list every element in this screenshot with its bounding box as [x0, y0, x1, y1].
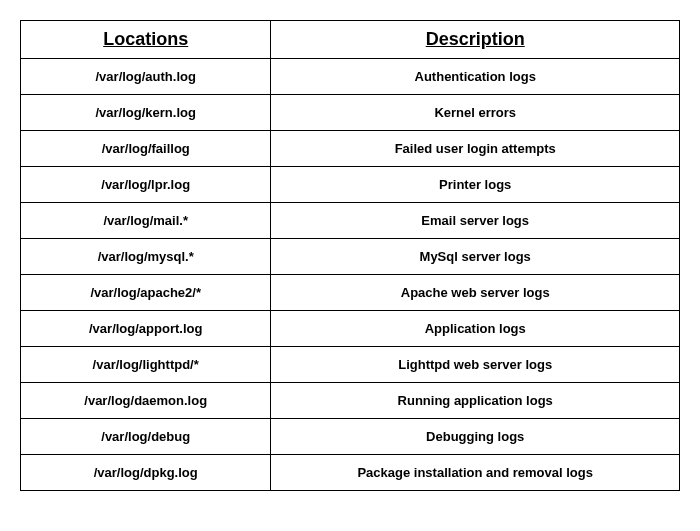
cell-description: Failed user login attempts [271, 131, 680, 167]
table-row: /var/log/apache2/*Apache web server logs [21, 275, 680, 311]
table-row: /var/log/lpr.logPrinter logs [21, 167, 680, 203]
table-row: /var/log/lighttpd/*Lighttpd web server l… [21, 347, 680, 383]
cell-description: Email server logs [271, 203, 680, 239]
table-row: /var/log/debugDebugging logs [21, 419, 680, 455]
cell-description: MySql server logs [271, 239, 680, 275]
cell-location: /var/log/daemon.log [21, 383, 271, 419]
cell-description: Apache web server logs [271, 275, 680, 311]
log-locations-table: Locations Description /var/log/auth.logA… [20, 20, 680, 491]
cell-description: Authentication logs [271, 59, 680, 95]
table-row: /var/log/auth.logAuthentication logs [21, 59, 680, 95]
table-row: /var/log/apport.logApplication logs [21, 311, 680, 347]
table-row: /var/log/kern.logKernel errors [21, 95, 680, 131]
cell-description: Debugging logs [271, 419, 680, 455]
table-row: /var/log/mail.*Email server logs [21, 203, 680, 239]
cell-description: Kernel errors [271, 95, 680, 131]
cell-location: /var/log/auth.log [21, 59, 271, 95]
table-row: /var/log/daemon.logRunning application l… [21, 383, 680, 419]
cell-location: /var/log/kern.log [21, 95, 271, 131]
table-body: /var/log/auth.logAuthentication logs/var… [21, 59, 680, 491]
header-description: Description [271, 21, 680, 59]
cell-location: /var/log/lpr.log [21, 167, 271, 203]
cell-location: /var/log/mysql.* [21, 239, 271, 275]
cell-description: Application logs [271, 311, 680, 347]
cell-description: Package installation and removal logs [271, 455, 680, 491]
cell-location: /var/log/apport.log [21, 311, 271, 347]
table-row: /var/log/dpkg.logPackage installation an… [21, 455, 680, 491]
cell-location: /var/log/apache2/* [21, 275, 271, 311]
table-row: /var/log/faillogFailed user login attemp… [21, 131, 680, 167]
cell-description: Lighttpd web server logs [271, 347, 680, 383]
cell-location: /var/log/lighttpd/* [21, 347, 271, 383]
cell-location: /var/log/faillog [21, 131, 271, 167]
cell-location: /var/log/dpkg.log [21, 455, 271, 491]
cell-location: /var/log/mail.* [21, 203, 271, 239]
cell-location: /var/log/debug [21, 419, 271, 455]
cell-description: Running application logs [271, 383, 680, 419]
cell-description: Printer logs [271, 167, 680, 203]
header-locations: Locations [21, 21, 271, 59]
table-header-row: Locations Description [21, 21, 680, 59]
table-row: /var/log/mysql.*MySql server logs [21, 239, 680, 275]
